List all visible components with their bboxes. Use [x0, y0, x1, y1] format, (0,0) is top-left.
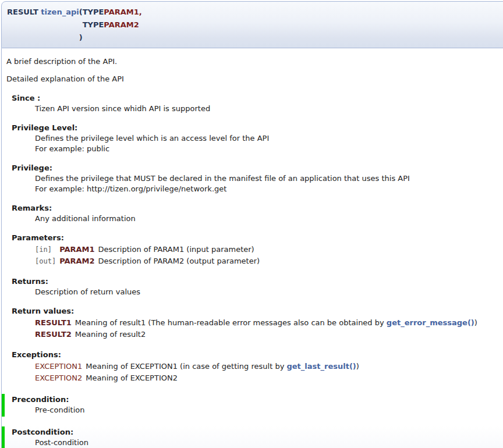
section-content: Post-condition	[35, 438, 501, 447]
section-precondition: Precondition: Pre-condition	[2, 394, 501, 417]
section-title: Since :	[12, 94, 501, 103]
parameters-table: [in] PARAM1 Description of PARAM1 (input…	[35, 244, 263, 267]
section-parameters: Parameters: [in] PARAM1 Description of P…	[12, 233, 501, 267]
signature-row-2: TYPE PARAM2	[7, 19, 142, 31]
section-since: Since : Tizen API version since whidh AP…	[12, 94, 501, 113]
section-returns: Returns: Description of return values	[12, 277, 501, 297]
open-paren: (	[79, 6, 83, 19]
section-content: Description of return values	[35, 287, 501, 297]
section-content: For example: http://tizen.org/privilege/…	[35, 184, 501, 194]
signature-row-3: )	[7, 31, 142, 44]
section-title: Returns:	[12, 277, 501, 286]
section-privilege-level: Privilege Level: Defines the privilege l…	[12, 123, 501, 154]
exception-description: Meaning of EXCEPTION1 (in case of gettin…	[86, 361, 363, 372]
section-title: Privilege Level:	[12, 123, 501, 133]
param-type: TYPE	[83, 19, 104, 31]
section-title: Postcondition:	[12, 428, 501, 437]
exception-name: EXCEPTION2	[35, 372, 86, 384]
detailed-description: Detailed explanation of the API	[6, 74, 501, 84]
section-content: Pre-condition	[35, 406, 501, 415]
retval-row: RESULT2 Meaning of result2	[35, 329, 481, 340]
section-title: Privilege:	[12, 163, 501, 173]
section-privilege: Privilege: Defines the privilege that MU…	[12, 163, 501, 194]
section-title: Parameters:	[12, 233, 501, 243]
get-error-message-link[interactable]: get_error_message()	[387, 318, 474, 327]
param-name: PARAM1,	[104, 6, 141, 19]
section-content: [in] PARAM1 Description of PARAM1 (input…	[35, 244, 501, 267]
param-row: [out] PARAM2 Description of PARAM2 (outp…	[35, 255, 263, 267]
close-paren: )	[79, 31, 83, 44]
signature-table: RESULT tizen_api ( TYPE PARAM1, TYPE PAR…	[7, 6, 142, 44]
section-content: Defines the privilege that MUST be decla…	[35, 174, 501, 183]
section-title: Return values:	[12, 307, 501, 316]
param-name: PARAM1	[59, 244, 98, 255]
retval-name: RESULT2	[35, 329, 75, 340]
section-title: Remarks:	[12, 204, 501, 213]
exception-name: EXCEPTION1	[35, 361, 86, 372]
param-description: Description of PARAM2 (output parameter)	[98, 255, 264, 267]
param-description: Description of PARAM1 (input parameter)	[98, 244, 264, 255]
exception-row: EXCEPTION2 Meaning of EXCEPTION2	[35, 372, 363, 384]
api-doc-memitem: RESULT tizen_api ( TYPE PARAM1, TYPE PAR…	[1, 1, 503, 448]
section-postcondition: Postcondition: Post-condition	[2, 426, 501, 448]
brief-description: A brief description of the API.	[6, 57, 501, 66]
retval-description: Meaning of result2	[75, 329, 481, 340]
section-content: For example: public	[35, 144, 501, 154]
retval-name: RESULT1	[35, 317, 75, 329]
exception-row: EXCEPTION1 Meaning of EXCEPTION1 (in cas…	[35, 361, 363, 372]
section-content: RESULT1 Meaning of result1 (The human-re…	[35, 317, 501, 340]
section-exceptions: Exceptions: EXCEPTION1 Meaning of EXCEPT…	[12, 350, 501, 384]
section-content: Any additional information	[35, 214, 501, 223]
retval-description: Meaning of result1 (The human-readable e…	[75, 317, 481, 329]
signature-memname: RESULT tizen_api	[7, 6, 79, 19]
exceptions-table: EXCEPTION1 Meaning of EXCEPTION1 (in cas…	[35, 361, 363, 384]
section-content: Defines the privilege level which is an …	[35, 134, 501, 143]
function-name-link[interactable]: tizen_api	[41, 8, 79, 16]
param-direction: [out]	[35, 255, 59, 267]
exception-description: Meaning of EXCEPTION2	[86, 372, 363, 384]
function-documentation: A brief description of the API. Detailed…	[1, 48, 503, 448]
section-title: Exceptions:	[12, 350, 501, 360]
signature-row-1: RESULT tizen_api ( TYPE PARAM1,	[7, 6, 142, 19]
section-title: Precondition:	[12, 395, 501, 404]
param-row: [in] PARAM1 Description of PARAM1 (input…	[35, 244, 263, 255]
param-name: PARAM2	[59, 255, 98, 267]
section-content: Tizen API version since whidh API is sup…	[35, 104, 501, 113]
section-content: EXCEPTION1 Meaning of EXCEPTION1 (in cas…	[35, 361, 501, 384]
return-type: RESULT	[7, 8, 38, 16]
get-last-result-link[interactable]: get_last_result()	[286, 362, 356, 371]
function-signature-header: RESULT tizen_api ( TYPE PARAM1, TYPE PAR…	[1, 1, 503, 48]
param-type: TYPE	[83, 6, 104, 19]
retval-row: RESULT1 Meaning of result1 (The human-re…	[35, 317, 481, 329]
return-values-table: RESULT1 Meaning of result1 (The human-re…	[35, 317, 481, 340]
param-name: PARAM2	[104, 19, 141, 31]
section-remarks: Remarks: Any additional information	[12, 204, 501, 223]
section-return-values: Return values: RESULT1 Meaning of result…	[12, 307, 501, 340]
param-direction: [in]	[35, 244, 59, 255]
